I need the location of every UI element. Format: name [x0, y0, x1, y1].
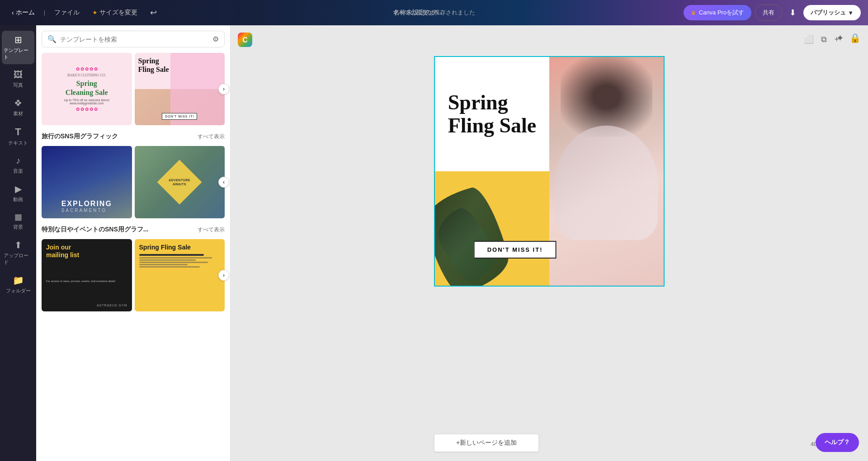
add-page-button[interactable]: +新しいページを追加 — [434, 434, 539, 452]
template-join-mailing[interactable]: Join ourmailing list For access to news,… — [42, 239, 132, 311]
video-label: 動画 — [13, 196, 23, 203]
template-exploring[interactable]: EXPLORING SACRAMENTO — [42, 146, 132, 218]
divider: | — [44, 9, 45, 16]
travel-next-arrow[interactable]: ‹ — [218, 177, 229, 188]
template-spring-fling[interactable]: SpringFling Sale DON'T MISS IT! — [135, 53, 225, 125]
spring-section: ✿✿✿✿✿ BAKE'S CLOTHING CO. SpringCleaning… — [36, 53, 230, 131]
dont-miss-button[interactable]: DON'T MISS IT! — [474, 241, 557, 259]
canva-pro-button[interactable]: ♛ Canva Proを試す — [684, 5, 751, 20]
element-icon: ❖ — [14, 98, 22, 108]
photo-icon: 🖼 — [14, 70, 23, 80]
search-bar: 🔍 ⚙ — [42, 31, 225, 47]
special-section-header: 特別な日やイベントのSNS用グラフ... すべて表示 — [42, 224, 225, 235]
video-icon: ▶ — [15, 183, 22, 194]
photo-label: 写真 — [13, 82, 23, 89]
sidebar-item-background[interactable]: ▦ 背景 — [2, 208, 34, 234]
travel-section-header: 旅行のSNS用グラフィック すべて表示 — [42, 131, 225, 142]
undo-icon: ↩ — [150, 8, 157, 18]
svg-text:C: C — [242, 36, 248, 44]
magic-icon[interactable]: ✦ — [836, 33, 844, 43]
add-page-label: +新しいページを追加 — [456, 439, 517, 446]
undo-button[interactable]: ↩ — [146, 5, 161, 20]
template-label: テンプレート — [4, 47, 33, 61]
download-icon: ⬇ — [789, 8, 796, 17]
special-section: 特別な日やイベントのSNS用グラフ... すべて表示 Join ourmaili… — [36, 224, 230, 317]
filter-icon[interactable]: ⚙ — [212, 35, 219, 43]
frame-icon: ⬜ — [804, 35, 814, 44]
special-template-grid: Join ourmailing list For access to news,… — [42, 239, 225, 311]
folder-label: フォルダー — [6, 287, 31, 294]
text-icon: T — [15, 126, 21, 138]
template-icon: ⊞ — [14, 34, 22, 45]
travel-template-grid: EXPLORING SACRAMENTO ADVENTUREAWAITS ‹ — [42, 146, 225, 218]
nav-right-actions: ♛ Canva Proを試す 共有 ⬇ パブリッシュ ▼ — [684, 5, 861, 21]
file-label: ファイル — [54, 9, 80, 17]
help-label: ヘルプ？ — [825, 438, 850, 446]
sidebar-item-folder[interactable]: 📁 フォルダー — [2, 271, 34, 298]
spring-next-arrow[interactable]: › — [218, 84, 229, 94]
back-icon: ‹ — [12, 9, 14, 16]
left-icon-bar: ⊞ テンプレート 🖼 写真 ❖ 素材 T テキスト ♪ 音楽 ▶ 動画 ▦ 背景… — [0, 25, 36, 461]
sidebar-item-music[interactable]: ♪ 音楽 — [2, 152, 34, 178]
spring-template-grid: ✿✿✿✿✿ BAKE'S CLOTHING CO. SpringCleaning… — [42, 53, 225, 125]
template-spring-cleaning[interactable]: ✿✿✿✿✿ BAKE'S CLOTHING CO. SpringCleaning… — [42, 53, 132, 125]
travel-section: 旅行のSNS用グラフィック すべて表示 EXPLORING SACRAMENTO — [36, 131, 230, 224]
resize-label: サイズを変更 — [99, 9, 137, 17]
canvas-design: ↻ SpringFling Sale — [434, 56, 665, 287]
background-icon: ▦ — [14, 212, 22, 222]
home-label: ホーム — [16, 9, 35, 17]
help-button[interactable]: ヘルプ？ — [816, 433, 859, 452]
upload-label: アップロード — [4, 252, 33, 266]
special-section-title: 特別な日やイベントのSNS用グラフ... — [42, 226, 148, 234]
copy-tool-button[interactable]: ⧉ — [819, 33, 829, 46]
top-right-icons: ✦ 🔒 — [836, 33, 861, 43]
sidebar-item-template[interactable]: ⊞ テンプレート — [2, 31, 34, 64]
top-navigation: ‹ ホーム | ファイル ✦ サイズを変更 ↩ すべての変更は保存されました 名… — [0, 0, 868, 25]
download-button[interactable]: ⬇ — [786, 6, 800, 19]
sidebar-item-video[interactable]: ▶ 動画 — [2, 180, 34, 207]
frame-tool-button[interactable]: ⬜ — [802, 33, 816, 46]
publish-arrow: ▼ — [848, 9, 854, 16]
travel-section-title: 旅行のSNS用グラフィック — [42, 132, 118, 141]
sacramento-text: SACRAMENTO — [61, 208, 112, 213]
search-icon: 🔍 — [47, 35, 57, 43]
canva-pro-label: Canva Proを試す — [699, 9, 744, 17]
copy-icon: ⧉ — [821, 35, 827, 44]
upload-icon: ⬆ — [14, 240, 22, 250]
resize-button[interactable]: ✦ サイズを変更 — [88, 6, 142, 19]
sidebar-item-upload[interactable]: ⬆ アップロード — [2, 236, 34, 269]
special-see-all[interactable]: すべて表示 — [198, 226, 225, 234]
special-next-arrow[interactable]: › — [218, 270, 229, 281]
template-adventure[interactable]: ADVENTUREAWAITS — [135, 146, 225, 218]
template-panel: 🔍 ⚙ ✿✿✿✿✿ BAKE'S CLOTHING CO. SpringClea… — [36, 25, 231, 461]
sidebar-item-element[interactable]: ❖ 素材 — [2, 94, 34, 121]
file-menu[interactable]: ファイル — [50, 6, 84, 19]
doc-title: 名称未設定のデ... — [393, 9, 443, 17]
publish-button[interactable]: パブリッシュ ▼ — [803, 5, 861, 20]
canva-logo[interactable]: C — [238, 33, 252, 47]
crown-icon: ♛ — [691, 9, 696, 16]
canvas-toolbar: ⬜ ⧉ + — [802, 33, 841, 46]
sidebar-item-text[interactable]: T テキスト — [2, 122, 34, 150]
element-label: 素材 — [13, 110, 23, 117]
bottom-bar: +新しいページを追加 — [434, 434, 665, 452]
template-productivity[interactable]: Spring Fling Sale — [135, 239, 225, 311]
sidebar-item-photo[interactable]: 🖼 写真 — [2, 66, 34, 92]
share-button[interactable]: 共有 — [755, 5, 782, 21]
main-layout: ⊞ テンプレート 🖼 写真 ❖ 素材 T テキスト ♪ 音楽 ▶ 動画 ▦ 背景… — [0, 25, 868, 461]
resize-icon: ✦ — [92, 9, 98, 16]
lock-icon[interactable]: 🔒 — [849, 33, 861, 43]
canvas-container[interactable]: ↻ SpringFling Sale — [434, 56, 665, 287]
music-label: 音楽 — [13, 168, 23, 174]
canvas-spring-fling-text: SpringFling Sale — [439, 82, 546, 146]
publish-label: パブリッシュ — [811, 9, 846, 17]
productivity-title: Spring Fling Sale — [139, 244, 221, 251]
exploring-text: EXPLORING — [61, 200, 112, 208]
travel-see-all[interactable]: すべて表示 — [198, 133, 225, 141]
background-label: 背景 — [13, 224, 23, 230]
share-label: 共有 — [763, 9, 774, 16]
back-button[interactable]: ‹ ホーム — [7, 6, 39, 19]
search-input[interactable] — [60, 36, 209, 43]
folder-icon: 📁 — [13, 275, 24, 286]
music-icon: ♪ — [16, 155, 20, 166]
